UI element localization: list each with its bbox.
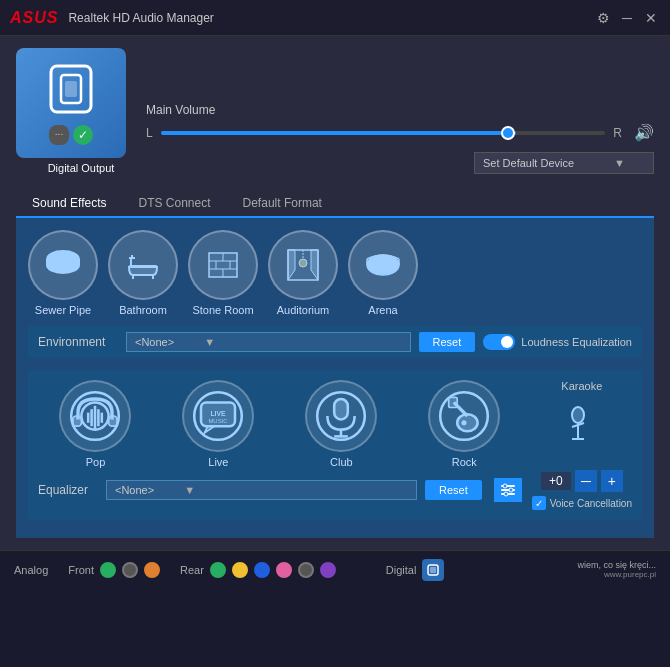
equalizer-reset-button[interactable]: Reset [425, 480, 482, 500]
env-item-arena[interactable]: Arena [348, 230, 418, 316]
environment-dropdown[interactable]: <None> ▼ [126, 332, 411, 352]
rear-connector-2[interactable] [232, 562, 248, 578]
volume-section: Main Volume L R 🔊 Set Default Device ▼ [146, 103, 654, 174]
settings-button[interactable]: ⚙ [594, 9, 612, 27]
arena-label: Arena [368, 304, 397, 316]
default-device-dropdown[interactable]: Set Default Device ▼ [474, 152, 654, 174]
karaoke-plus-button[interactable]: + [601, 470, 623, 492]
voice-cancel-checkbox[interactable]: ✓ [532, 496, 546, 510]
rear-connector-4[interactable] [276, 562, 292, 578]
window-controls: ⚙ ─ ✕ [594, 9, 660, 27]
svg-point-53 [509, 488, 513, 492]
rock-label: Rock [452, 456, 477, 468]
close-button[interactable]: ✕ [642, 9, 660, 27]
digital-section: Digital [386, 559, 445, 581]
svg-point-48 [462, 420, 467, 425]
equalizer-label: Equalizer [38, 483, 98, 497]
minimize-button[interactable]: ─ [618, 9, 636, 27]
karaoke-section: Karaoke +0 ─ + [532, 380, 632, 510]
pop-label: Pop [86, 456, 106, 468]
device-msg-badge: ... [49, 125, 69, 145]
loudness-label: Loudness Equalization [521, 336, 632, 348]
eq-item-pop[interactable]: Pop [38, 380, 153, 468]
eq-left: Pop LIVE MUSIC [38, 380, 522, 510]
club-label: Club [330, 456, 353, 468]
svg-rect-47 [449, 397, 458, 407]
app-logo: ASUS [10, 9, 58, 27]
volume-thumb[interactable] [501, 126, 515, 140]
environment-dropdown-arrow: ▼ [204, 336, 215, 348]
eq-dropdown-arrow: ▼ [184, 484, 195, 496]
env-item-auditorium[interactable]: Auditorium [268, 230, 338, 316]
volume-row: L R 🔊 [146, 123, 654, 142]
live-icon: LIVE MUSIC [182, 380, 254, 452]
rear-connector-5[interactable] [298, 562, 314, 578]
analog-label: Analog [14, 564, 48, 576]
eq-item-rock[interactable]: Rock [407, 380, 522, 468]
tab-dts-connect[interactable]: DTS Connect [123, 190, 227, 218]
device-check-badge: ✓ [73, 125, 93, 145]
svg-rect-2 [65, 81, 77, 97]
rear-connector-3[interactable] [254, 562, 270, 578]
svg-point-24 [373, 259, 393, 271]
equalizer-icons-row: Pop LIVE MUSIC [38, 380, 522, 468]
front-connector-1[interactable] [100, 562, 116, 578]
karaoke-minus-button[interactable]: ─ [575, 470, 597, 492]
tab-sound-effects[interactable]: Sound Effects [16, 190, 123, 218]
equalizer-control-row: Equalizer <None> ▼ Reset [38, 478, 522, 502]
rock-icon [428, 380, 500, 452]
stone-room-label: Stone Room [192, 304, 253, 316]
svg-point-55 [572, 407, 584, 423]
env-item-stone-room[interactable]: Stone Room [188, 230, 258, 316]
bottom-bar: Analog Front Rear Digital wiem, co się k… [0, 550, 670, 588]
watermark-line1: wiem, co się kręci... [577, 560, 656, 570]
svg-text:MUSIC: MUSIC [209, 418, 229, 424]
voice-cancel-label: Voice Cancellation [550, 498, 632, 509]
auditorium-label: Auditorium [277, 304, 330, 316]
device-badges: ... ✓ [49, 125, 93, 145]
title-bar: ASUS Realtek HD Audio Manager ⚙ ─ ✕ [0, 0, 670, 36]
live-label: Live [208, 456, 228, 468]
front-connector-2[interactable] [122, 562, 138, 578]
bottom-right: wiem, co się kręci... www.purepc.pl [577, 560, 656, 579]
device-volume-area: ... ✓ Digital Output Main Volume L R 🔊 [16, 48, 654, 174]
pop-icon [59, 380, 131, 452]
volume-slider[interactable] [161, 125, 606, 141]
env-item-sewer-pipe[interactable]: Sewer Pipe [28, 230, 98, 316]
sound-effects-panel: Sewer Pipe [16, 218, 654, 538]
svg-rect-7 [129, 265, 157, 268]
svg-rect-30 [109, 416, 118, 426]
sewer-pipe-label: Sewer Pipe [35, 304, 91, 316]
bathroom-label: Bathroom [119, 304, 167, 316]
environment-reset-button[interactable]: Reset [419, 332, 476, 352]
rear-connector-6[interactable] [320, 562, 336, 578]
equalizer-dropdown[interactable]: <None> ▼ [106, 480, 417, 500]
front-label: Front [68, 564, 94, 576]
equalizer-settings-button[interactable] [494, 478, 522, 502]
eq-item-live[interactable]: LIVE MUSIC Live [161, 380, 276, 468]
loudness-toggle[interactable]: Loudness Equalization [483, 334, 632, 350]
environment-icons-row: Sewer Pipe [28, 230, 642, 316]
volume-l-label: L [146, 126, 153, 140]
karaoke-icon [547, 396, 617, 466]
environment-dropdown-value: <None> [135, 336, 174, 348]
eq-item-club[interactable]: Club [284, 380, 399, 468]
svg-rect-60 [430, 567, 436, 573]
front-section: Front [68, 562, 160, 578]
equalizer-section: Pop LIVE MUSIC [28, 370, 642, 520]
device-icon-svg [41, 61, 101, 121]
sewer-pipe-icon [28, 230, 98, 300]
voice-cancellation[interactable]: ✓ Voice Cancellation [532, 496, 632, 510]
volume-icon: 🔊 [634, 123, 654, 142]
tab-default-format[interactable]: Default Format [227, 190, 338, 218]
env-item-bathroom[interactable]: Bathroom [108, 230, 178, 316]
front-connector-3[interactable] [144, 562, 160, 578]
device-icon-container: ... ✓ [16, 48, 126, 158]
svg-point-54 [504, 492, 508, 496]
karaoke-controls: +0 ─ + [541, 470, 623, 492]
loudness-toggle-switch[interactable] [483, 334, 515, 350]
app-title: Realtek HD Audio Manager [68, 11, 594, 25]
rear-connector-1[interactable] [210, 562, 226, 578]
rear-label: Rear [180, 564, 204, 576]
default-device-row: Set Default Device ▼ [146, 152, 654, 174]
